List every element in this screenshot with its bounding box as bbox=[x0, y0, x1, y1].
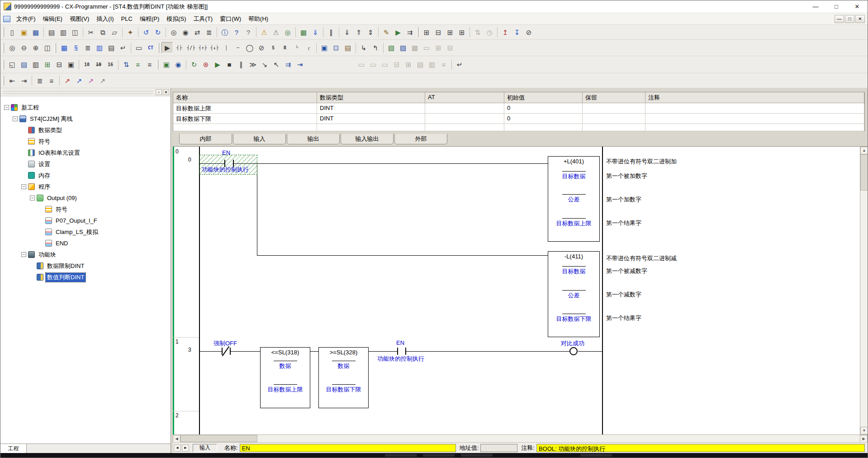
rung-annotation-list-icon[interactable]: ≡ bbox=[46, 75, 57, 86]
tree-item-6[interactable]: 内存 bbox=[0, 170, 171, 181]
toolbar-grip[interactable] bbox=[157, 60, 158, 70]
sim-step-icon[interactable]: ≫ bbox=[247, 59, 259, 70]
child-restore-button[interactable]: □ bbox=[845, 15, 854, 23]
subtract-instruction-block[interactable]: -L(411) 目标数据 公差 目标数据下限 bbox=[548, 251, 600, 337]
var-cell[interactable] bbox=[425, 103, 504, 114]
contact-operand[interactable]: 功能块的控制执行 bbox=[202, 166, 249, 174]
insert-rung-icon[interactable]: ⊞ bbox=[432, 42, 444, 53]
var-tab-0[interactable]: 内部 bbox=[179, 134, 232, 144]
menu-insert[interactable]: 插入(I) bbox=[93, 13, 117, 24]
new-vertical-line-icon[interactable]: │ bbox=[220, 42, 232, 53]
workspace-pin-button[interactable]: ▫ bbox=[156, 89, 162, 95]
monitor-window-3-icon[interactable]: ⊞ bbox=[444, 27, 456, 38]
increase-indent-icon[interactable]: ⇤ bbox=[6, 75, 18, 86]
menu-edit[interactable]: 编辑(E) bbox=[39, 13, 66, 24]
instruction-operand[interactable]: 目标数据 bbox=[548, 267, 599, 276]
toolbar-grip[interactable] bbox=[158, 43, 159, 53]
var-tab-4[interactable]: 外部 bbox=[394, 134, 447, 144]
address-reference-icon[interactable]: ⊞ bbox=[42, 59, 53, 70]
new-up-contact-icon[interactable]: ┤↑├ bbox=[197, 42, 209, 53]
new-closed-contact-icon[interactable]: ┤/├ bbox=[185, 42, 197, 53]
var-tab-1[interactable]: 输入 bbox=[233, 134, 286, 144]
save-file-icon[interactable]: ▦ bbox=[30, 27, 42, 38]
show-monitor-view-icon[interactable]: ▥ bbox=[94, 42, 105, 53]
instruction-operand[interactable]: 目标数据上限 bbox=[261, 386, 310, 394]
var-cell[interactable] bbox=[583, 114, 645, 124]
instruction-operand[interactable]: 公差 bbox=[548, 196, 599, 204]
tree-expander[interactable]: − bbox=[21, 252, 26, 257]
monitor-window-1-icon[interactable]: ⊞ bbox=[421, 27, 432, 38]
rung-comment-icon[interactable]: ▨ bbox=[397, 42, 409, 53]
ladder-canvas[interactable]: 0 0 1 3 2 EN 功能块的控制执行 bbox=[173, 146, 868, 434]
interlock-icon[interactable]: ↰ bbox=[370, 42, 381, 53]
stack-offline-icon[interactable]: ≡ bbox=[144, 59, 156, 70]
project-tab[interactable]: 工程 bbox=[0, 444, 27, 453]
watch-window-icon[interactable]: ▦ bbox=[298, 27, 309, 38]
print-icon[interactable]: ▥ bbox=[57, 27, 69, 38]
instruction-operand[interactable]: 数据 bbox=[261, 362, 310, 370]
cross-reference-icon[interactable]: ▥ bbox=[30, 59, 42, 70]
var-cell[interactable] bbox=[504, 124, 583, 131]
hint-bar-button-2[interactable]: ► bbox=[182, 444, 189, 452]
arrange-window-1-icon[interactable]: ▭ bbox=[356, 59, 367, 70]
instruction-operand[interactable]: 目标数据下限 bbox=[548, 315, 599, 323]
select-tool-icon[interactable]: ▶ bbox=[161, 42, 173, 53]
tile-horizontal-icon[interactable]: ⊟ bbox=[391, 59, 403, 70]
new-contact-icon[interactable]: ┤├ bbox=[173, 42, 185, 53]
menu-help[interactable]: 帮助(H) bbox=[245, 13, 272, 24]
show-comments-icon[interactable]: ▭ bbox=[133, 42, 145, 53]
compile-all-icon[interactable]: ⚠ bbox=[270, 27, 282, 38]
show-rung-list-icon[interactable]: ≣ bbox=[82, 42, 94, 53]
time-chart-monitor-icon[interactable]: ◷ bbox=[484, 27, 495, 38]
return-wrap-icon[interactable]: ↵ bbox=[454, 59, 465, 70]
zoom-out-icon[interactable]: ⊖ bbox=[18, 42, 30, 53]
close-button[interactable]: ✕ bbox=[847, 0, 868, 13]
pv-monitor-icon[interactable]: ◉ bbox=[172, 59, 184, 70]
zoom-in-icon[interactable]: ⊕ bbox=[30, 42, 42, 53]
cut-icon[interactable]: ✂ bbox=[85, 27, 97, 38]
menu-file[interactable]: 文件(F) bbox=[13, 13, 39, 24]
watch-sheet-icon[interactable]: ▤ bbox=[18, 59, 30, 70]
force-off-icon[interactable]: ↧ bbox=[511, 27, 523, 38]
var-cell[interactable]: DINT bbox=[317, 103, 425, 114]
show-grid-icon[interactable]: ▦ bbox=[58, 42, 70, 53]
sim-pause-icon[interactable]: ∥ bbox=[235, 59, 247, 70]
var-tab-2[interactable]: 输出 bbox=[287, 134, 340, 144]
find-icon[interactable]: ◎ bbox=[168, 27, 180, 38]
object-properties-icon[interactable]: ✦ bbox=[124, 27, 136, 38]
tree-item-7[interactable]: −程序 bbox=[0, 181, 171, 192]
comment-field[interactable]: BOOL: 功能块的控制执行 bbox=[536, 444, 865, 452]
arrange-icons-icon[interactable]: ▤ bbox=[414, 59, 426, 70]
new-instruction-icon[interactable]: ▤ bbox=[342, 42, 354, 53]
minimize-all-icon[interactable]: ▥ bbox=[426, 59, 438, 70]
tree-expander[interactable]: − bbox=[4, 105, 9, 110]
monitor-window-2-icon[interactable]: ⊟ bbox=[432, 27, 444, 38]
edit-rung-icon[interactable]: ▭ bbox=[421, 42, 432, 53]
wrap-rungs-icon[interactable]: ↵ bbox=[117, 42, 129, 53]
new-set-coil-icon[interactable]: S bbox=[267, 42, 279, 53]
transfer-to-plc-icon[interactable]: ⇓ bbox=[309, 27, 321, 38]
differential-monitor-icon[interactable]: ⇅ bbox=[472, 27, 484, 38]
delete-rung-icon[interactable]: ⊟ bbox=[444, 42, 456, 53]
help-topics-icon[interactable]: ? bbox=[231, 27, 242, 38]
mark-force-off-icon[interactable]: ↗ bbox=[73, 75, 85, 86]
scroll-up-button[interactable]: ▲ bbox=[860, 147, 868, 154]
var-cell[interactable] bbox=[317, 124, 425, 131]
name-field[interactable]: EN bbox=[240, 444, 456, 452]
io-comment-icon[interactable]: ▧ bbox=[385, 42, 397, 53]
io-monitor-icon[interactable]: ▣ bbox=[161, 59, 172, 70]
maximize-button[interactable]: □ bbox=[826, 0, 847, 13]
menu-program[interactable]: 编程(P) bbox=[136, 13, 163, 24]
search-options-icon[interactable]: ≣ bbox=[203, 27, 215, 38]
download-icon[interactable]: ⇓ bbox=[341, 27, 353, 38]
compare-le-block[interactable]: <=SL(318) 数据 目标数据上限 bbox=[260, 347, 310, 408]
line-connect-up-icon[interactable]: ┌ bbox=[303, 42, 314, 53]
instruction-operand[interactable]: 目标数据 bbox=[548, 172, 599, 181]
contact-label[interactable]: 强制OFF bbox=[213, 339, 237, 348]
scroll-down-button[interactable]: ▼ bbox=[860, 427, 868, 434]
tree-item-12[interactable]: END bbox=[0, 238, 171, 249]
arrange-window-3-icon[interactable]: ▭ bbox=[379, 59, 391, 70]
tree-item-13[interactable]: −功能块 bbox=[0, 249, 171, 260]
force-on-icon[interactable]: ↥ bbox=[499, 27, 511, 38]
pause-monitor-icon[interactable]: ∥ bbox=[325, 27, 337, 38]
